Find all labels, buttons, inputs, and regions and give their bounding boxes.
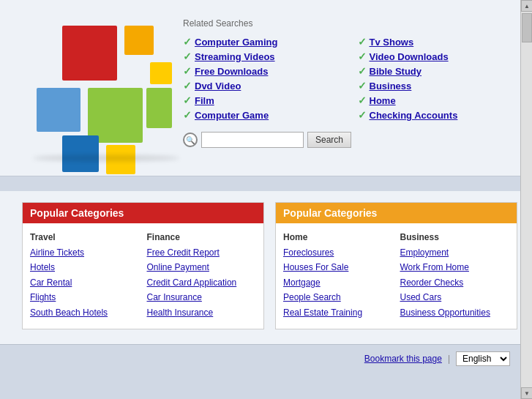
check-icon: ✓	[183, 80, 192, 92]
left-category-box: Popular Categories Travel Airline Ticket…	[22, 202, 264, 329]
category-link[interactable]: Work From Home	[400, 260, 510, 275]
category-link[interactable]: Houses For Sale	[283, 260, 393, 275]
scroll-thumb[interactable]	[522, 13, 532, 42]
categories-section: Popular Categories Travel Airline Ticket…	[0, 191, 532, 344]
scroll-down-button[interactable]: ▼	[521, 387, 532, 399]
top-section: Related Searches ✓Computer Gaming✓Tv Sho…	[0, 0, 532, 176]
finance-links: Free Credit ReportOnline PaymentCredit C…	[147, 245, 257, 320]
category-link[interactable]: Employment	[400, 245, 510, 260]
right-col-business: Business EmploymentWork From HomeReorder…	[400, 229, 510, 320]
left-category-header: Popular Categories	[23, 203, 263, 223]
search-input[interactable]	[201, 132, 304, 148]
search-link-item: ✓Computer Game	[183, 109, 343, 121]
right-category-box: Popular Categories Home ForeclosuresHous…	[275, 202, 517, 329]
category-link[interactable]: Hotels	[30, 260, 140, 275]
search-link-item: ✓Tv Shows	[358, 36, 518, 48]
search-bar: 🔍 Search	[183, 132, 517, 148]
search-button[interactable]: Search	[307, 132, 351, 148]
category-link[interactable]: Credit Card Application	[147, 275, 257, 290]
category-link[interactable]: Airline Tickets	[30, 245, 140, 260]
logo-shadow	[33, 155, 179, 161]
bottom-bar: Bookmark this page | EnglishSpanishFrenc…	[0, 344, 532, 373]
left-category-content: Travel Airline TicketsHotelsCar RentalFl…	[23, 223, 263, 329]
logo-tile	[62, 135, 99, 172]
business-links: EmploymentWork From HomeReorder ChecksUs…	[400, 245, 510, 320]
business-header: Business	[400, 229, 510, 242]
logo-tile	[62, 26, 117, 81]
lang-separator: |	[448, 354, 450, 364]
home-header: Home	[283, 229, 393, 242]
category-link[interactable]: Foreclosures	[283, 245, 393, 260]
category-link[interactable]: Car Insurance	[147, 290, 257, 305]
search-link[interactable]: Video Downloads	[370, 51, 449, 62]
left-col-travel: Travel Airline TicketsHotelsCar RentalFl…	[30, 229, 140, 320]
search-link[interactable]: Home	[370, 95, 396, 106]
search-link-item: ✓Checking Accounts	[358, 109, 518, 121]
left-col-finance: Finance Free Credit ReportOnline Payment…	[147, 229, 257, 320]
home-links: ForeclosuresHouses For SaleMortgagePeopl…	[283, 245, 393, 320]
category-link[interactable]: Car Rental	[30, 275, 140, 290]
check-icon: ✓	[183, 36, 192, 48]
search-link-item: ✓Computer Gaming	[183, 36, 343, 48]
check-icon: ✓	[358, 51, 367, 62]
logo-tile	[88, 88, 143, 143]
related-searches-label: Related Searches	[183, 18, 517, 29]
check-icon: ✓	[358, 36, 367, 48]
language-select[interactable]: EnglishSpanishFrenchGerman	[456, 351, 510, 366]
search-icon: 🔍	[183, 133, 198, 147]
logo-tile	[124, 26, 154, 55]
search-link-item: ✓Film	[183, 94, 343, 106]
travel-header: Travel	[30, 229, 140, 242]
bookmark-link[interactable]: Bookmark this page	[364, 354, 442, 364]
category-link[interactable]: Real Estate Training	[283, 305, 393, 320]
category-link[interactable]: People Search	[283, 290, 393, 305]
search-links-grid: ✓Computer Gaming✓Tv Shows✓Streaming Vide…	[183, 36, 517, 121]
search-link-item: ✓Dvd Video	[183, 80, 343, 92]
check-icon: ✓	[183, 109, 192, 121]
check-icon: ✓	[358, 65, 367, 77]
logo-tile	[37, 88, 80, 132]
search-link[interactable]: Computer Gaming	[195, 37, 277, 48]
travel-links: Airline TicketsHotelsCar RentalFlightsSo…	[30, 245, 140, 320]
search-link-item: ✓Home	[358, 94, 518, 106]
category-link[interactable]: Mortgage	[283, 275, 393, 290]
search-link-item: ✓Video Downloads	[358, 51, 518, 62]
logo-tile	[146, 88, 172, 128]
search-link-item: ✓Streaming Videos	[183, 51, 343, 62]
search-link-item: ✓Business	[358, 80, 518, 92]
category-link[interactable]: South Beach Hotels	[30, 305, 140, 320]
category-link[interactable]: Free Credit Report	[147, 245, 257, 260]
check-icon: ✓	[183, 65, 192, 77]
category-link[interactable]: Online Payment	[147, 260, 257, 275]
check-icon: ✓	[183, 51, 192, 62]
category-link[interactable]: Business Opportunities	[400, 305, 510, 320]
search-link[interactable]: Checking Accounts	[370, 110, 458, 121]
search-link-item: ✓Free Downloads	[183, 65, 343, 77]
category-link[interactable]: Flights	[30, 290, 140, 305]
search-link[interactable]: Bible Study	[370, 66, 422, 77]
search-link[interactable]: Film	[195, 95, 214, 106]
check-icon: ✓	[183, 94, 192, 106]
finance-header: Finance	[147, 229, 257, 242]
logo-area	[22, 15, 168, 161]
search-link[interactable]: Computer Game	[195, 110, 269, 121]
search-link[interactable]: Free Downloads	[195, 66, 268, 77]
right-col-home: Home ForeclosuresHouses For SaleMortgage…	[283, 229, 393, 320]
logo-tile	[150, 62, 172, 84]
main-container: Related Searches ✓Computer Gaming✓Tv Sho…	[0, 0, 532, 373]
search-link[interactable]: Dvd Video	[195, 81, 241, 92]
right-category-header: Popular Categories	[276, 203, 517, 223]
category-link[interactable]: Health Insurance	[147, 305, 257, 320]
category-link[interactable]: Reorder Checks	[400, 275, 510, 290]
scroll-up-button[interactable]: ▲	[521, 0, 532, 12]
check-icon: ✓	[358, 109, 367, 121]
search-link[interactable]: Streaming Videos	[195, 51, 275, 62]
search-link[interactable]: Business	[370, 81, 412, 92]
check-icon: ✓	[358, 94, 367, 106]
search-area: Related Searches ✓Computer Gaming✓Tv Sho…	[183, 15, 517, 148]
scrollbar[interactable]: ▲ ▼	[520, 0, 532, 399]
category-link[interactable]: Used Cars	[400, 290, 510, 305]
middle-separator	[0, 176, 532, 191]
search-link[interactable]: Tv Shows	[370, 37, 414, 48]
right-category-content: Home ForeclosuresHouses For SaleMortgage…	[276, 223, 517, 329]
